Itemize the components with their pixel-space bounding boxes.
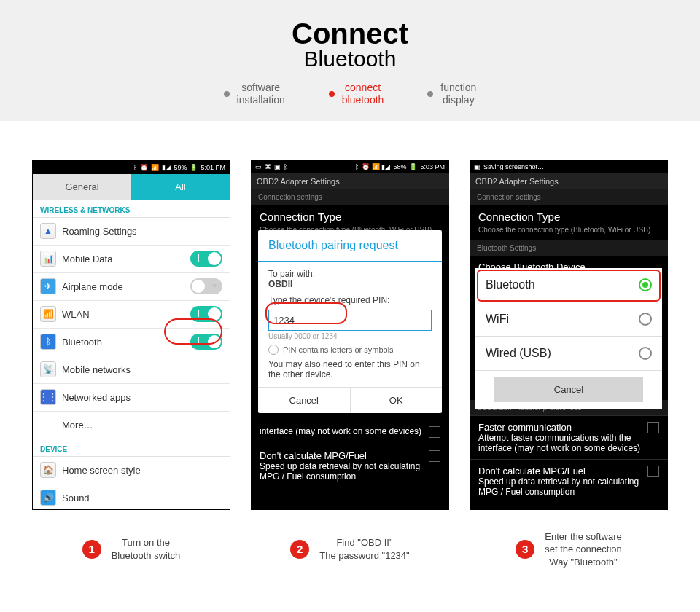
wifi-icon: 📶 xyxy=(151,164,159,171)
bluetooth-pairing-dialog: Bluetooth pairing request To pair with: … xyxy=(258,230,442,413)
battery-icon: 🔋 xyxy=(190,164,198,171)
mobile-data-icon: 📊 xyxy=(40,251,56,267)
status-bar: ᛒ ⏰ 📶 ▮◢ 59%🔋 5:01 PM xyxy=(33,161,230,174)
option-wired-usb[interactable]: Wired (USB) xyxy=(475,337,662,371)
tab-connect-bluetooth[interactable]: connectbluetooth xyxy=(329,82,384,106)
screenshot-row: ᛒ ⏰ 📶 ▮◢ 59%🔋 5:01 PM General All WIRELE… xyxy=(0,121,700,517)
home-icon: 🏠 xyxy=(40,462,56,478)
checkbox[interactable] xyxy=(648,466,659,477)
option-wifi[interactable]: WiFi xyxy=(475,302,662,337)
screen-title: OBD2 Adapter Settings xyxy=(251,173,449,189)
toggle-mobile-data[interactable] xyxy=(190,251,222,267)
step-tabs: softwareinstallation connectbluetooth fu… xyxy=(0,82,700,106)
row-mobile-networks[interactable]: 📡Mobile networks xyxy=(33,356,230,384)
dialog-title: Bluetooth pairing request xyxy=(258,230,442,262)
bluetooth-row-icon: ᛒ xyxy=(40,334,56,350)
caption-2: 2 Find "OBD II"The password "1234" xyxy=(251,530,449,569)
section-header: Connection settings xyxy=(251,189,449,205)
ok-button[interactable]: OK xyxy=(351,388,443,413)
connection-type-sheet: Bluetooth WiFi Wired (USB) Cancel xyxy=(475,268,662,409)
highlight-ring xyxy=(477,270,661,302)
row-mpg[interactable]: Don't calculate MPG/FuelSpeed up data re… xyxy=(470,459,668,503)
checkbox[interactable] xyxy=(648,422,659,434)
settings-tabs: General All xyxy=(33,174,230,200)
screen-title: OBD2 Adapter Settings xyxy=(470,173,668,189)
cancel-button[interactable]: Cancel xyxy=(258,388,351,413)
radio-icon xyxy=(639,347,652,360)
section-header: Connection settings xyxy=(470,189,668,205)
dot-icon xyxy=(329,91,335,97)
signal-icon: ▮◢ xyxy=(162,164,171,171)
row-faster-comm-partial[interactable]: interface (may not work on some devices) xyxy=(251,420,449,444)
link-icon: ⌘ xyxy=(265,163,271,170)
airplane-icon: ✈ xyxy=(40,278,56,294)
screenshot-step-2: ▭ ⌘ ▣ ᛒ ᛒ ⏰ 📶 ▮◢ 58%🔋 5:03 PM OBD2 Adapt… xyxy=(251,160,449,510)
clock-text: 5:03 PM xyxy=(420,163,445,170)
sound-icon: 🔊 xyxy=(40,490,56,506)
section-bluetooth-settings: Bluetooth Settings xyxy=(470,240,668,256)
image-icon: ▣ xyxy=(474,163,481,170)
hero-title: Connect xyxy=(0,19,700,48)
tab-software-installation[interactable]: softwareinstallation xyxy=(224,82,285,106)
highlight-ring xyxy=(265,302,347,324)
dot-icon xyxy=(427,91,433,97)
hero-subtitle: Bluetooth xyxy=(0,47,700,71)
status-bar: ▭ ⌘ ▣ ᛒ ᛒ ⏰ 📶 ▮◢ 58%🔋 5:03 PM xyxy=(251,160,449,173)
step-badge: 1 xyxy=(82,540,101,559)
captions-row: 1 Turn on theBluetooth switch 2 Find "OB… xyxy=(0,517,700,569)
radio-icon xyxy=(639,313,652,326)
alarm-icon: ⏰ xyxy=(140,164,148,171)
also-note: You may also need to enter this PIN on t… xyxy=(268,359,432,380)
screenshot-step-1: ᛒ ⏰ 📶 ▮◢ 59%🔋 5:01 PM General All WIRELE… xyxy=(32,160,230,510)
group-wireless-header: WIRELESS & NETWORKS xyxy=(33,200,230,218)
screenshot-step-3: ▣ Saving screenshot… OBD2 Adapter Settin… xyxy=(470,160,668,510)
row-networked-apps[interactable]: ⋮⋮Networked apps xyxy=(33,384,230,412)
checkbox[interactable] xyxy=(429,426,440,438)
dot-icon xyxy=(224,91,230,97)
caption-3: 3 Enter the softwareset the connectionWa… xyxy=(470,530,668,569)
mobile-networks-icon: 📡 xyxy=(40,361,56,377)
checkbox[interactable] xyxy=(429,450,440,462)
row-mpg[interactable]: Don't calculate MPG/FuelSpeed up data re… xyxy=(251,444,449,487)
tab-all[interactable]: All xyxy=(131,174,230,200)
wlan-icon: 📶 xyxy=(40,306,56,322)
tab-function-display[interactable]: functiondisplay xyxy=(427,82,476,106)
row-connection-type[interactable]: Connection TypeChoose the connection typ… xyxy=(470,205,668,240)
battery-text: 58% xyxy=(393,163,406,170)
photo-icon: ▣ xyxy=(274,163,281,170)
apps-icon: ⋮⋮ xyxy=(40,389,56,405)
row-mobile-data[interactable]: 📊Mobile Data xyxy=(33,246,230,273)
saving-text: Saving screenshot… xyxy=(483,163,544,170)
device-name: OBDII xyxy=(268,279,432,289)
clock-text: 5:01 PM xyxy=(201,164,225,171)
step-badge: 3 xyxy=(516,540,534,559)
row-home-style[interactable]: 🏠Home screen style xyxy=(33,457,230,484)
roaming-icon: ▲ xyxy=(40,223,56,239)
row-sound[interactable]: 🔊Sound xyxy=(33,484,230,510)
row-faster-comm[interactable]: Faster communicationAttempt faster commu… xyxy=(470,415,668,459)
battery-text: 59% xyxy=(174,164,187,171)
pair-with-label: To pair with: xyxy=(268,269,432,279)
highlight-ring xyxy=(164,318,222,345)
group-device-header: DEVICE xyxy=(33,439,230,457)
hero-banner: Connect Bluetooth softwareinstallation c… xyxy=(0,0,700,121)
step-badge: 2 xyxy=(290,540,309,559)
pin-hint: Usually 0000 or 1234 xyxy=(268,332,432,340)
checkbox-icon xyxy=(268,345,279,355)
tab-general[interactable]: General xyxy=(33,174,131,200)
row-roaming[interactable]: ▲Roaming Settings xyxy=(33,218,230,246)
row-more[interactable]: More… xyxy=(33,412,230,439)
row-airplane[interactable]: ✈Airplane mode xyxy=(33,273,230,301)
cancel-button[interactable]: Cancel xyxy=(494,377,643,402)
letters-checkbox-row[interactable]: PIN contains letters or symbols xyxy=(268,345,432,355)
bluetooth-icon: ᛒ xyxy=(133,164,137,171)
card-icon: ▭ xyxy=(255,163,262,170)
toggle-airplane[interactable] xyxy=(190,278,222,294)
status-bar: ▣ Saving screenshot… xyxy=(470,160,668,173)
caption-1: 1 Turn on theBluetooth switch xyxy=(32,530,230,569)
